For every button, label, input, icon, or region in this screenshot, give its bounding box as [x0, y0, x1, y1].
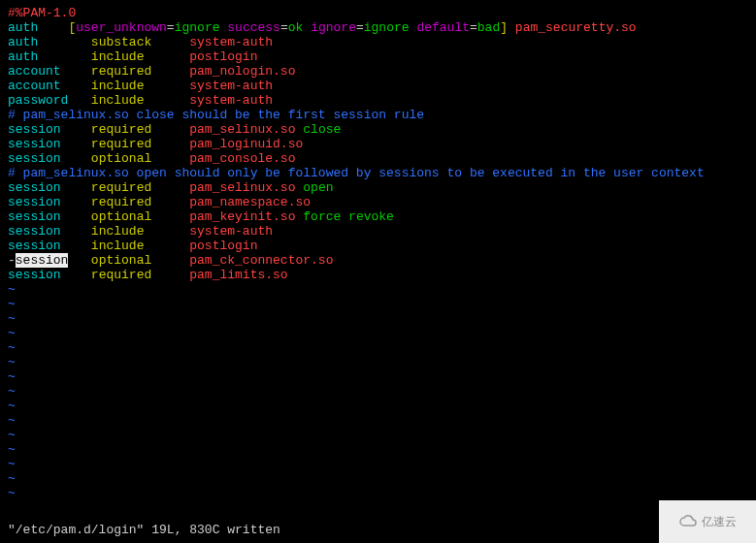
pam-module: pam_securetty.so [515, 20, 637, 35]
pam-type: session [8, 224, 91, 239]
cloud-icon [678, 512, 698, 531]
vim-editor[interactable]: #%PAM-1.0auth [user_unknown=ignore succe… [8, 6, 748, 500]
pam-type: session [8, 209, 91, 224]
code-line: session required pam_loginuid.so [8, 137, 748, 151]
code-line: ~ [8, 384, 748, 399]
pam-type: session [8, 151, 91, 166]
vim-status-line: "/etc/pam.d/login" 19L, 830C written [8, 523, 280, 537]
code-line: auth include postlogin [8, 49, 748, 64]
pam-type: session [8, 137, 91, 151]
empty-line-tilde: ~ [8, 442, 16, 457]
comment: # pam_selinux.so close should be the fir… [8, 108, 424, 122]
empty-line-tilde: ~ [8, 384, 16, 399]
comment: # pam_selinux.so open should only be fol… [8, 166, 705, 180]
code-line: auth [user_unknown=ignore success=ok ign… [8, 20, 748, 35]
pam-control: optional [91, 151, 189, 166]
pam-control: optional [91, 253, 189, 268]
code-line: ~ [8, 399, 748, 413]
pam-control: include [91, 79, 189, 93]
code-line: auth substack system-auth [8, 35, 748, 49]
pam-control: include [91, 224, 189, 239]
pam-module: pam_namespace.so [189, 195, 311, 209]
pam-args: force revoke [303, 209, 394, 224]
code-line: # pam_selinux.so open should only be fol… [8, 166, 748, 180]
empty-line-tilde: ~ [8, 282, 16, 297]
pam-type: session [8, 122, 91, 137]
pam-module: pam_limits.so [189, 268, 287, 282]
code-line: session optional pam_console.so [8, 151, 748, 166]
pam-module: pam_selinux.so [189, 180, 295, 195]
pam-type: auth [8, 49, 91, 64]
empty-line-tilde: ~ [8, 369, 16, 384]
pam-type: account [8, 79, 91, 93]
code-line: session optional pam_keyinit.so force re… [8, 209, 748, 224]
dash-prefix: - [8, 253, 16, 268]
code-line: -session optional pam_ck_connector.so [8, 253, 748, 268]
code-line: account include system-auth [8, 79, 748, 93]
pam-type: password [8, 93, 91, 108]
code-line: ~ [8, 297, 748, 311]
bracket: ] [500, 20, 508, 35]
pam-module: system-auth [189, 35, 273, 49]
empty-line-tilde: ~ [8, 399, 16, 413]
kv-val: ignore [175, 20, 220, 35]
pam-header: #%PAM-1.0 [8, 6, 76, 20]
code-line: ~ [8, 442, 748, 457]
code-line: session required pam_limits.so [8, 268, 748, 282]
pam-control: include [91, 49, 189, 64]
pam-control: include [91, 93, 189, 108]
pam-module: postlogin [189, 49, 257, 64]
pam-type: auth [8, 35, 91, 49]
empty-line-tilde: ~ [8, 428, 16, 442]
pam-module: pam_console.so [189, 151, 295, 166]
code-line: ~ [8, 457, 748, 471]
code-line: account required pam_nologin.so [8, 64, 748, 79]
empty-line-tilde: ~ [8, 340, 16, 355]
code-line: session include system-auth [8, 224, 748, 239]
pam-type: session [8, 268, 91, 282]
code-line: session required pam_namespace.so [8, 195, 748, 209]
code-line: # pam_selinux.so close should be the fir… [8, 108, 748, 122]
pam-module: pam_ck_connector.so [189, 253, 333, 268]
pam-module: postlogin [189, 239, 257, 253]
pam-control: substack [91, 35, 189, 49]
pam-control: required [91, 64, 189, 79]
pam-module: pam_loginuid.so [189, 137, 303, 151]
empty-line-tilde: ~ [8, 355, 16, 369]
code-line: ~ [8, 471, 748, 486]
watermark-text: 亿速云 [702, 515, 737, 529]
pam-module: system-auth [189, 79, 273, 93]
pam-type: session [16, 253, 69, 268]
pam-type: session [8, 239, 91, 253]
pam-control: required [91, 137, 189, 151]
code-line: ~ [8, 340, 748, 355]
pam-type: session [8, 195, 91, 209]
code-line: ~ [8, 311, 748, 326]
pam-type: session [8, 180, 91, 195]
code-line: session required pam_selinux.so close [8, 122, 748, 137]
pam-control: optional [91, 209, 189, 224]
pam-module: system-auth [189, 93, 273, 108]
code-line: ~ [8, 369, 748, 384]
kv-key: ignore [311, 20, 356, 35]
pam-control: required [91, 195, 189, 209]
code-line: ~ [8, 282, 748, 297]
kv-key: default [416, 20, 470, 35]
empty-line-tilde: ~ [8, 326, 16, 340]
pam-control: required [91, 122, 189, 137]
pam-control: include [91, 239, 189, 253]
pam-module: pam_keyinit.so [189, 209, 295, 224]
kv-val: bad [477, 20, 500, 35]
pam-module: pam_nologin.so [189, 64, 295, 79]
code-line: #%PAM-1.0 [8, 6, 748, 20]
pam-control: required [91, 180, 189, 195]
pam-type: auth [8, 20, 68, 35]
empty-line-tilde: ~ [8, 297, 16, 311]
code-line: ~ [8, 486, 748, 500]
code-line: ~ [8, 413, 748, 428]
watermark-logo: 亿速云 [659, 500, 756, 543]
kv-val: ignore [364, 20, 410, 35]
pam-module: pam_selinux.so [189, 122, 295, 137]
pam-type: account [8, 64, 91, 79]
empty-line-tilde: ~ [8, 311, 16, 326]
